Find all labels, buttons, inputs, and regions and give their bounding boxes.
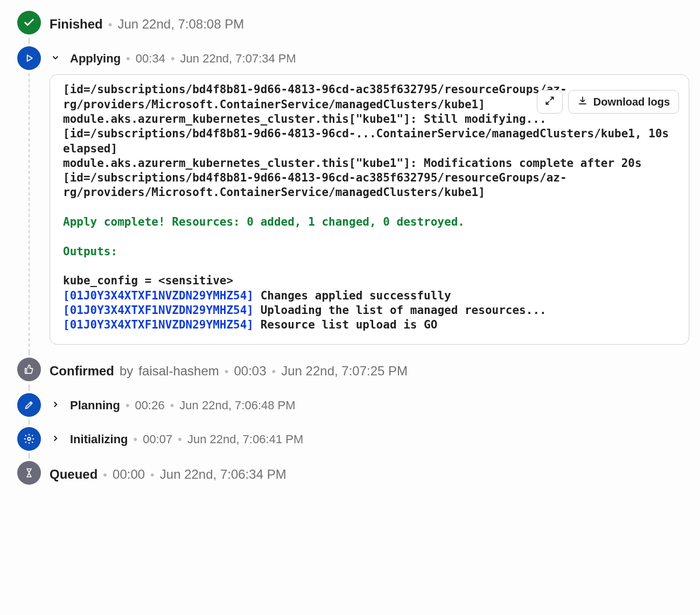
step-header[interactable]: Planning • 00:26 • Jun 22nd, 7:06:48 PM bbox=[50, 397, 689, 414]
separator-dot: • bbox=[171, 53, 175, 65]
step-planning: Planning • 00:26 • Jun 22nd, 7:06:48 PM bbox=[9, 388, 689, 422]
step-title: Queued bbox=[50, 465, 97, 484]
log-trace-id: [01J0Y3X4XTXF1NVZDN29YMHZ54] bbox=[63, 289, 254, 302]
step-title: Finished bbox=[50, 15, 103, 33]
step-queued: Queued • 00:00 • Jun 22nd, 7:06:34 PM bbox=[9, 456, 689, 491]
expand-icon bbox=[544, 95, 555, 109]
step-initializing: Initializing • 00:07 • Jun 22nd, 7:06:41… bbox=[9, 422, 689, 456]
log-output-value: kube_config = <sensitive> bbox=[63, 274, 233, 287]
step-timestamp: Jun 22nd, 7:07:34 PM bbox=[180, 51, 296, 67]
step-applying: Applying • 00:34 • Jun 22nd, 7:07:34 PM bbox=[9, 41, 689, 353]
log-trace-id: [01J0Y3X4XTXF1NVZDN29YMHZ54] bbox=[63, 318, 254, 331]
step-confirmed: Confirmed by faisal-hashem • 00:03 • Jun… bbox=[9, 352, 689, 388]
step-header: Queued • 00:00 • Jun 22nd, 7:06:34 PM bbox=[50, 465, 689, 484]
log-trace-id: [01J0Y3X4XTXF1NVZDN29YMHZ54] bbox=[63, 304, 254, 317]
download-logs-label: Download logs bbox=[593, 96, 670, 108]
step-timestamp: Jun 22nd, 7:06:41 PM bbox=[187, 431, 303, 448]
step-header: Finished • Jun 22nd, 7:08:08 PM bbox=[50, 15, 689, 33]
log-line: module.aks.azurerm_kubernetes_cluster.th… bbox=[63, 157, 648, 199]
separator-dot: • bbox=[225, 366, 229, 378]
download-icon bbox=[577, 95, 588, 109]
step-title: Planning bbox=[70, 397, 120, 414]
step-duration: 00:26 bbox=[135, 397, 165, 414]
step-duration: 00:07 bbox=[143, 431, 172, 448]
download-logs-button[interactable]: Download logs bbox=[568, 90, 679, 114]
separator-dot: • bbox=[170, 400, 174, 411]
chevron-right-icon bbox=[50, 399, 61, 410]
svg-point-0 bbox=[27, 437, 31, 441]
log-message: Changes applied successfully bbox=[254, 289, 451, 302]
separator-dot: • bbox=[125, 400, 130, 411]
separator-dot: • bbox=[103, 469, 107, 481]
log-line: [id=/subscriptions/bd4f8b81-9d66-4813-96… bbox=[63, 83, 567, 110]
log-outputs-header: Outputs: bbox=[63, 245, 117, 258]
thumbs-up-icon bbox=[17, 358, 41, 381]
separator-dot: • bbox=[178, 434, 182, 445]
step-timestamp: Jun 22nd, 7:06:48 PM bbox=[179, 397, 295, 414]
play-icon bbox=[17, 46, 41, 70]
step-title: Initializing bbox=[70, 431, 128, 448]
chevron-right-icon bbox=[50, 432, 61, 444]
step-duration: 00:00 bbox=[113, 465, 145, 484]
run-timeline: Finished • Jun 22nd, 7:08:08 PM Applying… bbox=[0, 0, 700, 512]
log-output: [id=/subscriptions/bd4f8b81-9d66-4813-96… bbox=[63, 82, 676, 332]
pencil-icon bbox=[17, 393, 41, 417]
step-duration: 00:34 bbox=[136, 51, 165, 67]
step-header: Confirmed by faisal-hashem • 00:03 • Jun… bbox=[50, 362, 689, 380]
separator-dot: • bbox=[126, 53, 130, 65]
log-panel: Download logs [id=/subscriptions/bd4f8b8… bbox=[50, 74, 689, 345]
step-title: Confirmed bbox=[50, 362, 114, 380]
step-timestamp: Jun 22nd, 7:07:25 PM bbox=[281, 362, 408, 380]
step-finished: Finished • Jun 22nd, 7:08:08 PM bbox=[9, 5, 689, 41]
chevron-down-icon bbox=[50, 52, 61, 64]
step-timestamp: Jun 22nd, 7:08:08 PM bbox=[117, 15, 244, 33]
log-message: Resource list upload is GO bbox=[254, 318, 437, 331]
log-apply-complete: Apply complete! Resources: 0 added, 1 ch… bbox=[63, 215, 465, 228]
gear-icon bbox=[17, 427, 41, 451]
step-title: Applying bbox=[70, 51, 121, 67]
separator-dot: • bbox=[108, 19, 113, 31]
separator-dot: • bbox=[150, 469, 155, 481]
hourglass-icon bbox=[17, 461, 41, 485]
separator-dot: • bbox=[272, 366, 276, 378]
step-by-user: faisal-hashem bbox=[138, 362, 219, 380]
step-header[interactable]: Applying • 00:34 • Jun 22nd, 7:07:34 PM bbox=[50, 51, 689, 67]
log-message: Uploading the list of managed resources.… bbox=[254, 304, 547, 317]
checkmark-icon bbox=[17, 11, 41, 34]
expand-button[interactable] bbox=[537, 90, 563, 114]
step-duration: 00:03 bbox=[234, 362, 266, 380]
separator-dot: • bbox=[134, 434, 138, 445]
step-by-label: by bbox=[120, 362, 133, 380]
step-header[interactable]: Initializing • 00:07 • Jun 22nd, 7:06:41… bbox=[50, 431, 689, 448]
log-line: module.aks.azurerm_kubernetes_cluster.th… bbox=[63, 113, 676, 155]
step-timestamp: Jun 22nd, 7:06:34 PM bbox=[160, 465, 286, 484]
